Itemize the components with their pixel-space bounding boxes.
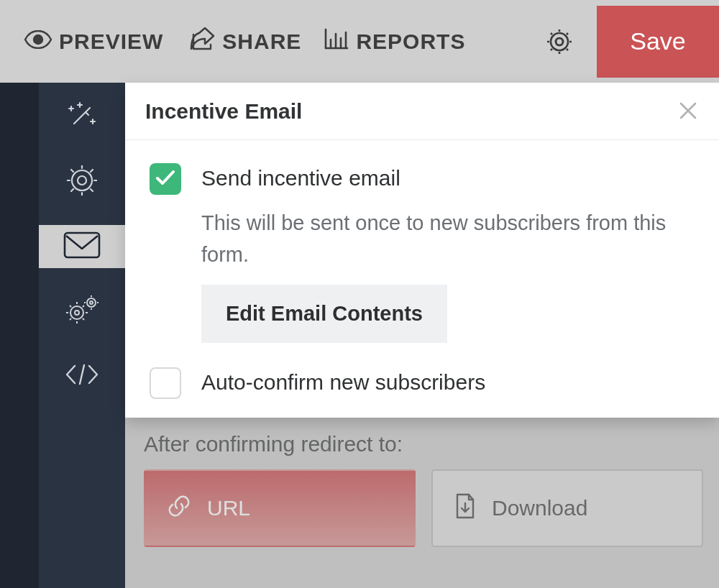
preview-button[interactable]: PREVIEW: [24, 29, 163, 54]
sidebar-item-advanced[interactable]: [39, 290, 125, 333]
gear-icon: [546, 45, 572, 57]
gear-icon: [67, 165, 97, 198]
close-icon: [679, 110, 697, 122]
wand-icon: [67, 101, 97, 134]
sidebar-item-wand[interactable]: [39, 96, 125, 139]
gears-icon: [65, 295, 99, 327]
redirect-download-label: Download: [492, 496, 587, 520]
incentive-email-panel: Incentive Email Send ince: [125, 83, 719, 418]
share-icon: [189, 27, 215, 55]
code-icon: [65, 364, 99, 388]
panel-header: Incentive Email: [125, 83, 719, 140]
send-incentive-checkbox[interactable]: [150, 163, 181, 195]
eye-icon: [24, 29, 52, 54]
svg-line-25: [80, 365, 84, 384]
top-toolbar: PREVIEW SHARE REPORTS: [0, 0, 719, 83]
svg-point-19: [72, 170, 92, 190]
file-download-icon: [454, 493, 476, 524]
reports-button[interactable]: REPORTS: [324, 28, 465, 55]
envelope-icon: [63, 231, 101, 262]
stage: After confirming redirect to: URL: [0, 83, 719, 588]
auto-confirm-row: Auto-confirm new subscribers: [150, 367, 690, 399]
auto-confirm-label: Auto-confirm new subscribers: [201, 367, 485, 395]
settings-gear-button[interactable]: [546, 29, 572, 55]
check-icon: [155, 169, 175, 189]
redirect-download-button[interactable]: Download: [431, 469, 703, 547]
svg-point-18: [78, 176, 86, 185]
sidebar-item-email[interactable]: [39, 225, 125, 268]
auto-confirm-checkbox[interactable]: [150, 367, 181, 399]
svg-point-23: [87, 298, 96, 307]
svg-point-22: [75, 311, 79, 315]
svg-point-9: [551, 33, 568, 50]
svg-line-10: [74, 108, 90, 124]
redirect-url-label: URL: [207, 496, 250, 520]
reports-label: REPORTS: [356, 29, 465, 54]
send-incentive-row: Send incentive email: [150, 163, 690, 195]
share-label: SHARE: [222, 29, 301, 54]
redirect-label: After confirming redirect to:: [144, 432, 705, 456]
share-button[interactable]: SHARE: [189, 27, 301, 55]
redirect-url-button[interactable]: URL: [144, 469, 416, 547]
svg-point-21: [70, 306, 83, 319]
panel-title: Incentive Email: [145, 99, 302, 124]
close-button[interactable]: [679, 101, 699, 121]
redirect-section: After confirming redirect to: URL: [144, 432, 705, 547]
svg-line-11: [86, 112, 88, 115]
save-label: Save: [630, 27, 686, 55]
edit-email-contents-button[interactable]: Edit Email Contents: [201, 285, 447, 343]
svg-rect-20: [65, 233, 99, 257]
send-incentive-label: Send incentive email: [201, 163, 400, 190]
panel-body: Send incentive email This will be sent o…: [125, 140, 719, 419]
barchart-icon: [324, 28, 349, 55]
svg-point-24: [90, 301, 93, 304]
sidebar-item-settings[interactable]: [39, 160, 125, 203]
left-rail-inner: [39, 83, 125, 588]
svg-point-8: [556, 38, 563, 45]
send-incentive-desc: This will be sent once to new subscriber…: [201, 208, 676, 270]
save-button[interactable]: Save: [597, 6, 719, 78]
edit-email-contents-label: Edit Email Contents: [226, 302, 423, 325]
sidebar-item-code[interactable]: [39, 354, 125, 398]
preview-label: PREVIEW: [59, 29, 163, 54]
svg-point-0: [34, 35, 42, 44]
link-icon: [167, 494, 191, 523]
left-rail-outer: [0, 83, 39, 588]
